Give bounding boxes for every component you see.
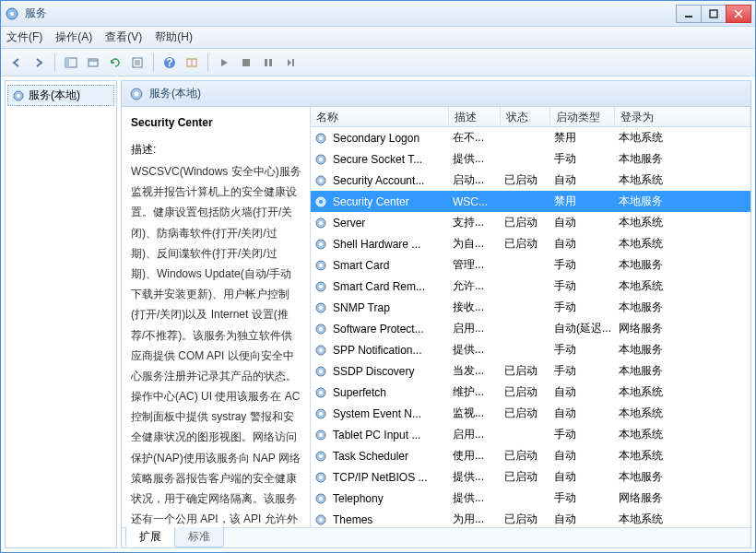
- col-desc[interactable]: 描述: [449, 107, 501, 126]
- col-status[interactable]: 状态: [501, 107, 550, 126]
- restart-service-button[interactable]: [280, 53, 301, 73]
- col-name[interactable]: 名称: [311, 107, 449, 126]
- table-row[interactable]: Superfetch维护...已启动自动本地系统: [311, 382, 750, 403]
- svg-point-53: [319, 412, 323, 416]
- pane-title: 服务(本地): [149, 86, 201, 101]
- col-start[interactable]: 启动类型: [550, 107, 615, 126]
- export-button[interactable]: [83, 53, 103, 73]
- body: 服务(本地) 服务(本地) Security Center 描述: WSCSVC…: [1, 76, 755, 552]
- detail-pane: Security Center 描述: WSCSVC(Windows 安全中心)…: [122, 107, 311, 527]
- service-icon: [314, 513, 329, 526]
- cell-name: Secondary Logon: [329, 132, 449, 145]
- cell-name: Themes: [329, 513, 449, 526]
- cell-desc: 为自...: [449, 236, 501, 252]
- cell-name: Smart Card: [329, 259, 449, 272]
- separator: [207, 53, 208, 72]
- table-row[interactable]: Server支持...已启动自动本地系统: [311, 212, 750, 233]
- menu-view[interactable]: 查看(V): [105, 29, 142, 45]
- table-row[interactable]: Tablet PC Input ...启用...手动本地系统: [311, 424, 750, 445]
- table-row[interactable]: SPP Notification...提供...手动本地服务: [311, 339, 750, 360]
- table-row[interactable]: Secure Socket T...提供...手动本地服务: [311, 148, 750, 170]
- table-row[interactable]: Shell Hardware ...为自...已启动自动本地系统: [311, 233, 750, 254]
- refresh-icon: [109, 56, 122, 69]
- cell-status: 已启动: [501, 215, 550, 230]
- tab-extended[interactable]: 扩展: [125, 527, 175, 547]
- pane-icon: [65, 56, 77, 69]
- menu-help[interactable]: 帮助(H): [155, 29, 193, 45]
- services-icon: [5, 6, 19, 21]
- table-row[interactable]: TCP/IP NetBIOS ...提供...已启动自动本地服务: [311, 466, 750, 488]
- service-icon: [314, 195, 329, 208]
- stop-service-button[interactable]: [236, 53, 256, 73]
- table-row[interactable]: Themes为用...已启动自动本地系统: [311, 509, 750, 527]
- export-icon: [87, 56, 100, 69]
- split-pane: Security Center 描述: WSCSVC(Windows 安全中心)…: [122, 107, 750, 527]
- show-hide-button[interactable]: [61, 53, 81, 73]
- cell-logon: 网络服务: [615, 321, 750, 336]
- cell-logon: 本地系统: [615, 236, 750, 252]
- cell-logon: 本地系统: [615, 130, 750, 146]
- table-row[interactable]: Task Scheduler使用...已启动自动本地系统: [311, 445, 750, 466]
- cell-logon: 本地系统: [615, 512, 750, 527]
- start-service-button[interactable]: [214, 53, 234, 73]
- help-button[interactable]: ?: [159, 53, 180, 73]
- close-button[interactable]: [726, 5, 751, 23]
- tab-bar: 扩展 标准: [122, 527, 750, 547]
- table-row[interactable]: System Event N...监视...已启动自动本地系统: [311, 403, 750, 424]
- svg-point-59: [319, 476, 323, 479]
- cell-start: 自动: [550, 406, 615, 421]
- menu-file[interactable]: 文件(F): [6, 29, 42, 45]
- service-icon: [314, 471, 329, 484]
- table-row[interactable]: Software Protect...启用...自动(延迟...网络服务: [311, 318, 750, 339]
- table-row[interactable]: Smart Card Rem...允许...手动本地系统: [311, 276, 750, 297]
- back-button[interactable]: [6, 53, 27, 73]
- tree-pane[interactable]: 服务(本地): [5, 80, 117, 548]
- svg-text:?: ?: [166, 56, 172, 69]
- refresh-button[interactable]: [105, 53, 125, 73]
- svg-point-37: [319, 242, 323, 246]
- cell-status: 已启动: [501, 448, 550, 464]
- table-row[interactable]: Smart Card管理...手动本地服务: [311, 254, 750, 276]
- cell-start: 自动: [550, 448, 615, 464]
- table-row[interactable]: Security Account...启动...已启动自动本地系统: [311, 170, 750, 191]
- list-rows[interactable]: Secondary Logon在不...禁用本地系统Secure Socket …: [311, 127, 750, 527]
- table-row[interactable]: Telephony提供...手动网络服务: [311, 488, 750, 509]
- table-row[interactable]: SSDP Discovery当发...已启动手动本地服务: [311, 360, 750, 382]
- cell-logon: 本地服务: [615, 300, 750, 315]
- properties-button[interactable]: [127, 53, 148, 73]
- forward-button[interactable]: [29, 53, 49, 73]
- table-row[interactable]: SNMP Trap接收...手动本地服务: [311, 297, 750, 318]
- cell-name: Security Account...: [329, 174, 449, 187]
- table-row[interactable]: Security CenterWSC...禁用本地服务: [311, 191, 750, 212]
- cell-start: 手动: [550, 151, 615, 167]
- col-logon[interactable]: 登录为: [615, 107, 750, 126]
- minimize-icon: [684, 9, 693, 18]
- cell-start: 禁用: [550, 130, 615, 146]
- table-row[interactable]: Secondary Logon在不...禁用本地系统: [311, 127, 750, 148]
- pause-service-button[interactable]: [258, 53, 278, 73]
- cell-name: Software Protect...: [329, 323, 449, 335]
- properties-icon: [131, 56, 144, 69]
- tab-standard[interactable]: 标准: [174, 527, 224, 547]
- minimize-button[interactable]: [676, 5, 702, 23]
- menu-action[interactable]: 操作(A): [55, 29, 92, 45]
- maximize-button[interactable]: [701, 5, 726, 23]
- cell-logon: 本地服务: [615, 194, 750, 209]
- tree-item-services[interactable]: 服务(本地): [7, 85, 114, 106]
- play-icon: [219, 57, 230, 68]
- service-icon: [314, 429, 329, 441]
- cell-start: 自动: [550, 384, 615, 400]
- toolbar-extra-button[interactable]: [182, 53, 202, 73]
- cell-status: 已启动: [501, 384, 550, 400]
- service-icon: [314, 238, 329, 251]
- cell-logon: 本地系统: [615, 172, 750, 188]
- detail-heading: Security Center: [131, 116, 302, 129]
- cell-name: Shell Hardware ...: [329, 238, 449, 251]
- cell-desc: 监视...: [449, 406, 501, 421]
- titlebar[interactable]: 服务: [1, 1, 755, 27]
- cell-status: 已启动: [501, 469, 550, 485]
- cell-desc: 支持...: [449, 215, 501, 230]
- cell-logon: 本地系统: [615, 427, 750, 442]
- cell-logon: 本地服务: [615, 342, 750, 358]
- svg-rect-19: [265, 59, 267, 66]
